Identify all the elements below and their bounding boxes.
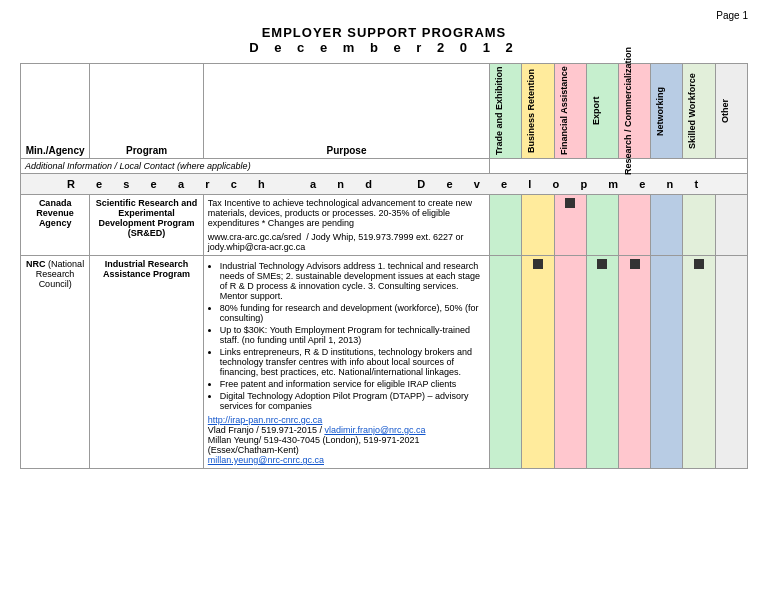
col-header-skilled: Skilled Workforce [683, 64, 715, 159]
indicator-irap-research [619, 256, 651, 469]
indicator-sred-other [715, 195, 747, 256]
indicator-sred-research [619, 195, 651, 256]
filled-square-icon [597, 259, 607, 269]
indicator-sred-trade [490, 195, 522, 256]
cell-purpose-irap: Industrial Technology Advisors address 1… [203, 256, 489, 469]
rotated-research: Research / Commercialization [621, 66, 635, 156]
col-header-export: Export [586, 64, 618, 159]
email-link-yeung[interactable]: millan.yeung@nrc-cnrc.gc.ca [208, 455, 324, 465]
cell-purpose-sred: Tax Incentive to achieve technological a… [203, 195, 489, 256]
filled-square-icon [694, 259, 704, 269]
section-header-research-dev: R e s e a r c h a n d D e v e l o p m e … [21, 174, 748, 195]
indicator-irap-networking [651, 256, 683, 469]
cell-program-sred: Scientific Research and Experimental Dev… [90, 195, 204, 256]
list-item: Links entrepreneurs, R & D institutions,… [220, 347, 485, 377]
filled-square-icon [565, 198, 575, 208]
col-header-program: Program [90, 64, 204, 159]
email-link-franjo[interactable]: vladimir.franjo@nrc.gc.ca [324, 425, 425, 435]
additional-info-spacer [490, 159, 748, 174]
indicator-irap-skilled [683, 256, 715, 469]
indicator-sred-business [522, 195, 554, 256]
column-header-row: Min./Agency Program Purpose Trade and Ex… [21, 64, 748, 159]
col-header-networking: Networking [651, 64, 683, 159]
cell-min-agency-nrc: NRC (National Research Council) [21, 256, 90, 469]
main-table: Min./Agency Program Purpose Trade and Ex… [20, 63, 748, 469]
col-header-research: Research / Commercialization [619, 64, 651, 159]
filled-square-icon [533, 259, 543, 269]
rotated-financial: Financial Assistance [557, 66, 571, 156]
indicator-sred-financial [554, 195, 586, 256]
cell-min-agency-cra: Canada Revenue Agency [21, 195, 90, 256]
indicator-irap-business [522, 256, 554, 469]
rotated-trade: Trade and Exhibition [492, 66, 506, 156]
col-header-min-agency: Min./Agency [21, 64, 90, 159]
page-number: Page 1 [20, 10, 748, 21]
page-title: EMPLOYER SUPPORT PROGRAMS D e c e m b e … [20, 25, 748, 55]
list-item: 80% funding for research and development… [220, 303, 485, 323]
rotated-business: Business Retention [524, 66, 538, 156]
cell-program-irap: Industrial Research Assistance Program [90, 256, 204, 469]
section-label: R e s e a r c h a n d D e v e l o p m e … [21, 174, 748, 195]
indicator-irap-financial [554, 256, 586, 469]
col-header-other: Other [715, 64, 747, 159]
additional-info-label: Additional Information / Local Contact (… [21, 159, 490, 174]
indicator-irap-trade [490, 256, 522, 469]
title-sub: D e c e m b e r 2 0 1 2 [20, 40, 748, 55]
additional-info-row: Additional Information / Local Contact (… [21, 159, 748, 174]
rotated-export: Export [589, 66, 603, 156]
purpose-bullets: Industrial Technology Advisors address 1… [220, 261, 485, 411]
list-item: Free patent and information service for … [220, 379, 485, 389]
indicator-sred-export [586, 195, 618, 256]
rotated-other: Other [718, 66, 732, 156]
title-main: EMPLOYER SUPPORT PROGRAMS [20, 25, 748, 40]
col-header-purpose: Purpose [203, 64, 489, 159]
filled-square-icon [630, 259, 640, 269]
indicator-sred-skilled [683, 195, 715, 256]
indicator-sred-networking [651, 195, 683, 256]
indicator-irap-export [586, 256, 618, 469]
list-item: Up to $30K: Youth Employment Program for… [220, 325, 485, 345]
rotated-skilled: Skilled Workforce [685, 66, 699, 156]
table-row: Canada Revenue Agency Scientific Researc… [21, 195, 748, 256]
col-header-financial: Financial Assistance [554, 64, 586, 159]
list-item: Digital Technology Adoption Pilot Progra… [220, 391, 485, 411]
rotated-networking: Networking [653, 66, 667, 156]
list-item: Industrial Technology Advisors address 1… [220, 261, 485, 301]
contact-block-nrc: http://irap-pan.nrc-cnrc.gc.ca Vlad Fran… [208, 415, 485, 465]
table-row: NRC (National Research Council) Industri… [21, 256, 748, 469]
col-header-trade: Trade and Exhibition [490, 64, 522, 159]
col-header-business: Business Retention [522, 64, 554, 159]
contact-link-nrc[interactable]: http://irap-pan.nrc-cnrc.gc.ca [208, 415, 323, 425]
indicator-irap-other [715, 256, 747, 469]
